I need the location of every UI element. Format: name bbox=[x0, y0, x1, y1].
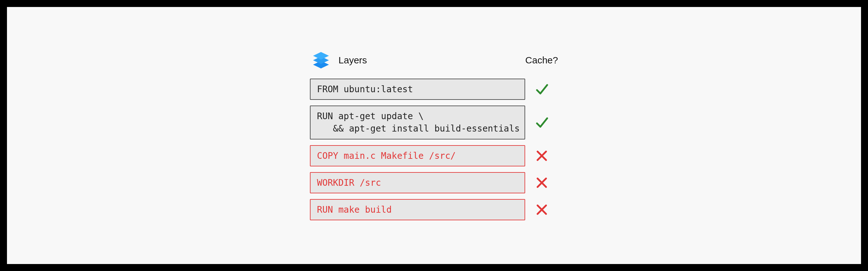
layer-row: WORKDIR /src bbox=[310, 172, 558, 193]
layers-icon bbox=[310, 51, 332, 70]
layer-code: RUN make build bbox=[310, 199, 525, 220]
layer-row: RUN apt-get update \ && apt-get install … bbox=[310, 106, 558, 139]
layer-code: FROM ubuntu:latest bbox=[310, 79, 525, 100]
cache-label: Cache? bbox=[525, 55, 558, 65]
layer-row: COPY main.c Makefile /src/ bbox=[310, 145, 558, 166]
check-icon bbox=[535, 115, 549, 130]
layer-row: FROM ubuntu:latest bbox=[310, 79, 558, 100]
outer-frame: Layers Cache? FROM ubuntu:latest RUN apt… bbox=[0, 0, 868, 271]
cross-icon bbox=[535, 202, 549, 217]
layer-code: RUN apt-get update \ && apt-get install … bbox=[310, 106, 525, 139]
header-row: Layers Cache? bbox=[310, 51, 558, 70]
layer-code: COPY main.c Makefile /src/ bbox=[310, 145, 525, 166]
layer-row: RUN make build bbox=[310, 199, 558, 220]
layers-label: Layers bbox=[338, 55, 367, 65]
layers-header: Layers bbox=[310, 51, 525, 70]
svg-marker-2 bbox=[313, 52, 329, 60]
diagram-content: Layers Cache? FROM ubuntu:latest RUN apt… bbox=[310, 51, 558, 220]
cross-icon bbox=[535, 175, 549, 190]
layer-code: WORKDIR /src bbox=[310, 172, 525, 193]
diagram-canvas: Layers Cache? FROM ubuntu:latest RUN apt… bbox=[7, 7, 861, 264]
check-icon bbox=[535, 82, 549, 97]
cross-icon bbox=[535, 148, 549, 163]
